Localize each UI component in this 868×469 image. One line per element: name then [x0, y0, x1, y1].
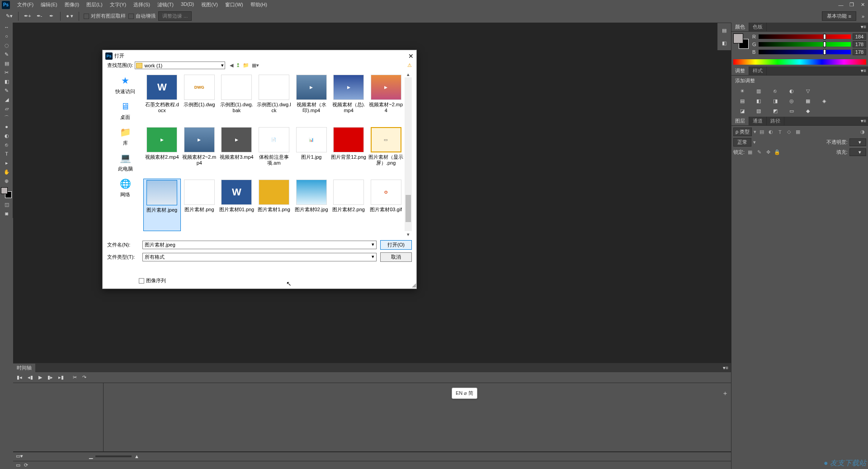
menu-item[interactable]: 视图(V)	[198, 0, 222, 9]
status-chain-icon[interactable]: ⟳	[24, 462, 28, 468]
viewmode-icon[interactable]: ▦▾	[252, 62, 259, 68]
file-item[interactable]: ▶视频素材（水印).mp4	[292, 74, 330, 126]
timeline-menu-icon[interactable]: ▾≡	[720, 365, 731, 371]
blend-mode-select[interactable]: 正常	[733, 138, 751, 147]
tool-button[interactable]: ◌	[0, 41, 13, 50]
places-item[interactable]: 🖥桌面	[117, 99, 133, 121]
file-item[interactable]: ▶视频素材（总).mp4	[330, 74, 368, 126]
levels-icon[interactable]: ▥	[751, 87, 766, 95]
auto-enhance-checkbox[interactable]: 自动增强	[128, 13, 156, 19]
tool-button[interactable]: ⎋	[0, 140, 13, 149]
add-track-icon[interactable]: ＋	[722, 389, 728, 398]
menu-item[interactable]: 图层(L)	[83, 0, 106, 9]
gradientmap-icon[interactable]: ▭	[784, 107, 799, 115]
filter-text-icon[interactable]: T	[776, 129, 783, 135]
filter-kind-select[interactable]: ρ 类型	[733, 128, 752, 136]
cloud-icon[interactable]: ⚠	[407, 62, 412, 68]
file-item[interactable]: O图片素材03.gif	[367, 179, 405, 231]
file-item[interactable]: 图片素材02.jpg	[292, 179, 330, 231]
filter-toggle-icon[interactable]: ◑	[859, 129, 866, 135]
dialog-close-button[interactable]: ✕	[408, 52, 414, 60]
timeline-ruler[interactable]: EN ⌀ 简 ＋	[104, 383, 731, 451]
colorbalance-icon[interactable]: ◧	[751, 97, 766, 105]
tool-button[interactable]: ◢	[0, 95, 13, 104]
next-frame-icon[interactable]: ▮▸	[47, 374, 53, 380]
file-item[interactable]: 图片素材.png	[181, 179, 218, 231]
lock-transparent-icon[interactable]: ▦	[746, 149, 754, 156]
zoom-out-icon[interactable]: ▁	[89, 453, 93, 459]
menu-item[interactable]: 编辑(E)	[37, 0, 61, 9]
color-swatches[interactable]	[1, 187, 12, 198]
maximize-button[interactable]: ❐	[846, 0, 857, 9]
tool-button[interactable]: ◙	[0, 209, 13, 218]
tool-button[interactable]: ✋	[0, 167, 13, 176]
places-item[interactable]: ★快速访问	[115, 74, 135, 95]
places-item[interactable]: 💻此电脑	[117, 151, 133, 172]
tool-button[interactable]: ↔	[0, 23, 13, 32]
tool-button[interactable]: ⌒	[0, 113, 13, 122]
lock-move-icon[interactable]: ✥	[764, 149, 772, 156]
filter-image-icon[interactable]: ▤	[758, 129, 765, 135]
file-item[interactable]: 图片背景12.png	[330, 126, 368, 179]
refine-edge-button[interactable]: 调整边缘 ...	[158, 11, 192, 21]
layers-panel-menu-icon[interactable]: ▾≡	[859, 118, 868, 124]
file-item[interactable]: ▭图片素材（显示屏）.png	[367, 126, 405, 179]
vibrance-icon[interactable]: ▽	[801, 87, 815, 95]
prev-frame-icon[interactable]: ◂▮	[28, 374, 33, 380]
go-end-icon[interactable]: ▸▮	[58, 374, 64, 380]
tool-button[interactable]: ✎	[0, 86, 13, 95]
menu-item[interactable]: 文字(Y)	[106, 0, 130, 9]
curves-icon[interactable]: ⎋	[768, 87, 783, 95]
brush-add-icon[interactable]: ✒+	[23, 12, 32, 21]
file-item[interactable]	[292, 231, 330, 238]
tool-button[interactable]: ▸	[0, 158, 13, 167]
b-slider[interactable]	[759, 50, 851, 54]
file-item[interactable]	[218, 231, 255, 238]
file-item[interactable]: 图片素材.jpeg	[143, 179, 181, 231]
filter-adjust-icon[interactable]: ◐	[767, 129, 774, 135]
tab-color[interactable]: 颜色	[731, 23, 749, 31]
tool-button[interactable]: ◫	[0, 200, 13, 209]
brush-sub-icon[interactable]: ✒-	[35, 12, 44, 21]
adjust-panel-menu-icon[interactable]: ▾≡	[859, 68, 868, 74]
file-item[interactable]: 📄体检前注意事项.am	[255, 126, 293, 179]
lock-paint-icon[interactable]: ✎	[755, 149, 763, 156]
b-value[interactable]: 178	[853, 49, 866, 55]
hue-icon[interactable]: ▤	[735, 97, 750, 105]
workspace-preset[interactable]: 基本功能≡	[822, 11, 856, 21]
fill-value[interactable]: ▾	[849, 148, 866, 156]
r-slider[interactable]	[759, 34, 851, 39]
filter-shape-icon[interactable]: ◇	[785, 129, 793, 135]
lookin-select[interactable]: work (1)▾	[135, 62, 225, 69]
file-item[interactable]: 示例图(1).dwg.lck	[255, 74, 293, 126]
image-sequence-checkbox[interactable]	[139, 278, 144, 284]
lock-all-icon[interactable]: 🔒	[774, 149, 781, 156]
brush-new-icon[interactable]: ✒	[47, 12, 56, 21]
menu-item[interactable]: 选择(S)	[130, 0, 154, 9]
tool-button[interactable]: ◐	[0, 131, 13, 140]
filetype-field[interactable]: 所有格式▾	[142, 253, 377, 261]
menu-item[interactable]: 文件(F)	[14, 0, 37, 9]
timeline-mode-icon[interactable]: ▭▾	[16, 453, 23, 459]
color-panel-menu-icon[interactable]: ▾≡	[859, 24, 868, 30]
photofilter-icon[interactable]: ◎	[784, 97, 799, 105]
file-item[interactable]: W图片素材01.png	[218, 179, 255, 231]
menu-item[interactable]: 3D(D)	[177, 0, 198, 9]
selectivecolor-icon[interactable]: ◆	[801, 107, 815, 115]
file-item[interactable]: DWG示例图(1).dwg	[181, 74, 218, 126]
tool-button[interactable]: ●	[0, 122, 13, 131]
timeline-zoom-slider[interactable]	[95, 455, 132, 457]
menu-item[interactable]: 窗口(W)	[222, 0, 247, 9]
tab-timeline[interactable]: 时间轴	[13, 364, 35, 372]
file-item[interactable]: 示例图(1).dwg.bak	[218, 74, 255, 126]
up-icon[interactable]: ↥	[236, 62, 240, 68]
file-item[interactable]: 图片素材2.png	[330, 179, 368, 231]
tool-button[interactable]: ✂	[0, 68, 13, 77]
places-item[interactable]: 📁库	[117, 125, 133, 147]
transition-icon[interactable]: ↷	[82, 374, 86, 380]
tool-button[interactable]: ◧	[0, 77, 13, 86]
exposure-icon[interactable]: ◐	[784, 87, 799, 95]
tool-button[interactable]: ⊕	[0, 176, 13, 185]
places-item[interactable]: 🌐网络	[117, 177, 133, 198]
brightness-icon[interactable]: ☀	[735, 87, 750, 95]
